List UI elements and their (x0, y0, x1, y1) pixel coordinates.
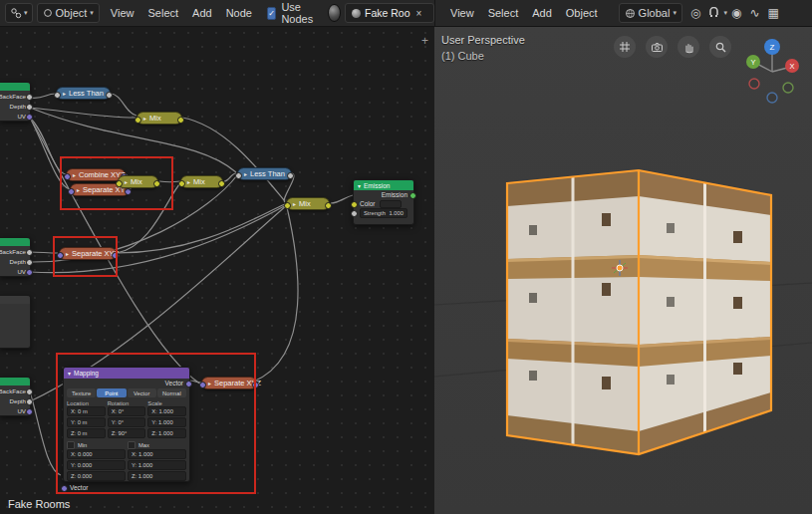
node-title: Emission (364, 182, 390, 189)
socket[interactable] (351, 210, 358, 217)
collapse-icon: ▸ (244, 170, 247, 177)
zoom-view-button[interactable] (709, 36, 731, 58)
partial-node-group-3[interactable]: BackFace Depth UV (0, 377, 31, 416)
socket[interactable] (177, 117, 184, 124)
viewport-header: View Select Add Object Global ▾ ◎ ▾ ◉ ∿ … (434, 0, 812, 26)
socket[interactable] (26, 249, 33, 256)
axis-neg-z-ball[interactable] (767, 93, 777, 103)
axis-y-label: Y (750, 58, 755, 67)
divider-wall (703, 183, 706, 432)
menu-select[interactable]: Select (140, 7, 185, 19)
socket[interactable] (26, 94, 33, 101)
pan-view-button[interactable] (677, 36, 699, 58)
node-emission[interactable]: ▾ Emission Emission Color Strength 1.000 (353, 179, 414, 225)
emission-output-label: Emission (382, 191, 407, 198)
navigation-gizmo[interactable]: Z Y X (739, 32, 805, 106)
chevron-down-icon: ▾ (24, 9, 28, 17)
socket[interactable] (26, 104, 33, 111)
proportional-editing-icon[interactable]: ◉ (727, 6, 745, 20)
grid-icon (619, 41, 631, 53)
color-swatch[interactable] (380, 200, 402, 208)
collapse-icon[interactable]: ▾ (358, 182, 361, 189)
node-label: Less Than (69, 89, 104, 98)
output-backface: BackFace (0, 93, 26, 100)
node-mix-3[interactable]: ▸ Mix (180, 175, 223, 188)
node-header[interactable]: ▾ Emission (354, 180, 413, 190)
view-perspective-label: User Perspective (441, 34, 525, 46)
axis-neg-y-ball[interactable] (783, 83, 793, 93)
node-mix-4[interactable]: ▸ Mix (286, 197, 330, 210)
top-bar: ▾ Object ▾ View Select Add Node ✓ Use No… (0, 0, 812, 27)
use-nodes-checkbox[interactable]: ✓ (267, 7, 276, 20)
partial-node-group-1[interactable]: BackFace Depth UV (0, 82, 31, 122)
material-preview-icon[interactable] (328, 4, 341, 22)
globe-icon (625, 8, 636, 19)
partial-node-plain[interactable] (0, 295, 31, 349)
editor-type-button[interactable]: ▾ (5, 3, 33, 23)
node-less-than-2[interactable]: ▸ Less Than (237, 167, 292, 180)
output-uv: UV (17, 407, 26, 414)
shader-type-dropdown[interactable]: Object ▾ (37, 3, 100, 23)
annotation-box-1 (60, 156, 173, 210)
socket[interactable] (26, 259, 33, 266)
blender-window: ▾ Object ▾ View Select Add Node ✓ Use No… (0, 0, 812, 514)
socket[interactable] (325, 202, 332, 209)
viewport-3d[interactable]: User Perspective (1) Cube (434, 26, 812, 514)
output-backface: BackFace (0, 387, 26, 394)
shader-node-editor[interactable]: BackFace Depth UV BackFace Depth UV Back… (0, 26, 434, 514)
node-label: Less Than (250, 169, 285, 178)
collapse-icon: ▸ (143, 115, 146, 122)
menu-select-3d[interactable]: Select (481, 7, 526, 19)
output-backface: BackFace (0, 248, 26, 255)
node-mix-1[interactable]: ▸ Mix (136, 112, 182, 125)
camera-view-button[interactable] (646, 36, 668, 58)
pivot-point-icon[interactable]: ◎ (686, 6, 704, 20)
menu-node[interactable]: Node (219, 7, 259, 19)
socket[interactable] (235, 172, 242, 179)
socket[interactable] (26, 388, 33, 395)
menu-object-3d[interactable]: Object (559, 7, 605, 19)
socket[interactable] (218, 180, 225, 187)
camera-icon (651, 41, 664, 54)
material-id-field[interactable]: Fake Roo × (345, 3, 434, 23)
strength-field[interactable]: Strength 1.000 (360, 208, 407, 218)
grid-ortho-button[interactable] (614, 36, 636, 58)
socket[interactable] (26, 398, 33, 405)
socket[interactable] (284, 202, 291, 209)
socket[interactable] (351, 201, 358, 208)
orientation-label: Global (639, 7, 671, 19)
unlink-icon[interactable]: × (416, 8, 422, 19)
falloff-icon[interactable]: ∿ (745, 6, 763, 20)
node-tree-name: Fake Rooms (8, 498, 70, 510)
overlays-icon[interactable]: ▦ (763, 6, 782, 20)
check-icon: ✓ (268, 9, 275, 18)
socket[interactable] (54, 92, 61, 99)
socket[interactable] (287, 172, 294, 179)
transform-orientation-dropdown[interactable]: Global ▾ (619, 3, 682, 23)
snap-magnet-icon[interactable] (707, 7, 720, 20)
axis-neg-x-ball[interactable] (749, 79, 759, 89)
socket[interactable] (26, 269, 33, 276)
node-label: Mix (149, 114, 161, 123)
socket[interactable] (178, 180, 185, 187)
node-label: Mix (299, 199, 311, 208)
socket[interactable] (26, 408, 33, 415)
menu-view-3d[interactable]: View (443, 7, 481, 19)
socket[interactable] (106, 92, 113, 99)
menu-add[interactable]: Add (185, 7, 219, 19)
material-icon (352, 9, 361, 18)
socket[interactable] (26, 114, 33, 121)
axis-z-label: Z (770, 43, 775, 52)
menu-add-3d[interactable]: Add (525, 7, 559, 19)
socket[interactable] (409, 192, 416, 199)
cube-object[interactable] (507, 170, 771, 454)
partial-node-group-2[interactable]: BackFace Depth UV (0, 237, 31, 277)
active-object-label: (1) Cube (441, 50, 484, 62)
sidebar-toggle-icon[interactable]: + (421, 34, 428, 48)
collapse-icon: ▸ (187, 178, 190, 185)
node-less-than-1[interactable]: ▸ Less Than (56, 87, 111, 100)
socket[interactable] (135, 117, 141, 124)
menu-view[interactable]: View (104, 7, 141, 19)
shader-editor-icon (10, 7, 22, 19)
output-uv: UV (17, 268, 26, 275)
